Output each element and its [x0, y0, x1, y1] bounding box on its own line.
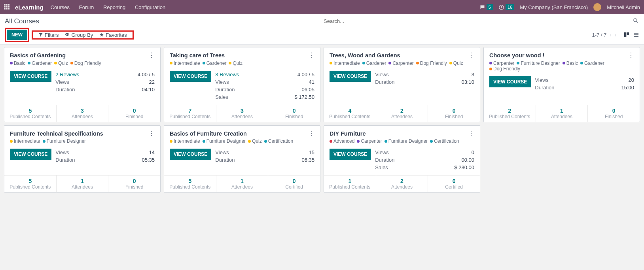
attendees-stat[interactable]: 2Attendees	[376, 176, 428, 192]
svg-rect-2	[624, 32, 626, 37]
completion-stat[interactable]: 0Finished	[108, 105, 160, 122]
course-card[interactable]: Taking care of Trees⋮IntermediateGardene…	[164, 47, 320, 122]
card-footer: 1Published Contents2Attendees0Certified	[324, 175, 480, 192]
favorites-button[interactable]: Favorites	[99, 32, 127, 38]
activity-indicator[interactable]: 16	[498, 4, 514, 10]
card-menu-icon[interactable]: ⋮	[468, 52, 474, 59]
groupby-button[interactable]: Group By	[65, 32, 93, 38]
course-card[interactable]: Furniture Technical Specifications⋮Inter…	[4, 125, 161, 193]
nav-reporting[interactable]: Reporting	[103, 4, 125, 10]
card-menu-icon[interactable]: ⋮	[628, 52, 634, 59]
tag-list: IntermediateGardenerCarpenterDog Friendl…	[330, 60, 474, 66]
footer-label: Published Contents	[166, 114, 214, 119]
tag-list: IntermediateGardenerQuiz	[170, 60, 314, 66]
footer-number: 4	[326, 108, 374, 114]
apps-icon[interactable]	[4, 4, 10, 10]
stat-value: 05:35	[142, 156, 155, 164]
completion-stat[interactable]: 0Certified	[428, 176, 480, 192]
completion-stat[interactable]: 0Finished	[108, 176, 160, 192]
company-selector[interactable]: My Company (San Francisco)	[520, 4, 588, 10]
tag: Quiz	[248, 138, 262, 144]
card-menu-icon[interactable]: ⋮	[308, 52, 314, 59]
course-card[interactable]: Basics of Gardening⋮BasicGardenerQuizDog…	[4, 47, 161, 122]
attendees-stat[interactable]: 3Attendees	[57, 105, 109, 122]
kanban-view-icon[interactable]	[623, 32, 630, 38]
footer-label: Certified	[430, 184, 478, 190]
stat-value: 4.00 / 5	[138, 71, 155, 78]
attendees-stat[interactable]: 1Attendees	[216, 176, 269, 192]
completion-stat[interactable]: 0Finished	[268, 105, 320, 122]
completion-stat[interactable]: 0Certified	[268, 176, 320, 192]
tag: Certification	[264, 138, 293, 144]
published-contents-stat[interactable]: 4Published Contents	[324, 105, 376, 122]
tag: Dog Friendly	[489, 66, 520, 72]
card-footer: 7Published Contents3Attendees0Finished	[164, 105, 320, 122]
pager: 1-7 / 7 ‹ ›	[592, 32, 639, 38]
view-course-button[interactable]: VIEW COURSE	[489, 76, 531, 87]
view-course-button[interactable]: VIEW COURSE	[330, 71, 371, 82]
attendees-stat[interactable]: 1Attendees	[536, 105, 588, 122]
course-card[interactable]: Trees, Wood and Gardens⋮IntermediateGard…	[324, 47, 480, 122]
view-course-button[interactable]: VIEW COURSE	[170, 149, 211, 160]
pager-next[interactable]: ›	[615, 32, 616, 38]
stat-value: 3	[472, 71, 474, 78]
nav-forum[interactable]: Forum	[79, 4, 94, 10]
course-card[interactable]: Basics of Furniture Creation⋮Intermediat…	[164, 125, 320, 193]
footer-label: Certified	[270, 184, 318, 190]
attendees-stat[interactable]: 1Attendees	[57, 176, 109, 192]
tag: Gardener	[203, 60, 227, 66]
svg-point-1	[634, 19, 637, 22]
completion-stat[interactable]: 0Finished	[588, 105, 640, 122]
footer-label: Finished	[270, 114, 318, 119]
published-contents-stat[interactable]: 5Published Contents	[4, 105, 57, 122]
search-input[interactable]	[322, 17, 639, 26]
stat-value: 4.00 / 5	[297, 71, 314, 78]
course-card[interactable]: Choose your wood !⋮CarpenterFurniture De…	[483, 47, 640, 122]
user-menu[interactable]: Mitchell Admin	[607, 4, 640, 10]
view-course-button[interactable]: VIEW COURSE	[10, 71, 51, 82]
published-contents-stat[interactable]: 5Published Contents	[4, 176, 57, 192]
reviews-link[interactable]: 2 Reviews	[55, 71, 79, 78]
stats-block: Views20Duration15:00	[535, 76, 634, 91]
published-contents-stat[interactable]: 5Published Contents	[164, 176, 216, 192]
new-button[interactable]: NEW	[7, 30, 27, 40]
attendees-stat[interactable]: 2Attendees	[376, 105, 428, 122]
tag-list: BasicGardenerQuizDog Friendly	[10, 60, 155, 66]
control-panel: All Courses NEW Filters Group By F	[0, 14, 644, 45]
view-course-button[interactable]: VIEW COURSE	[10, 149, 51, 160]
avatar[interactable]	[593, 3, 601, 11]
card-menu-icon[interactable]: ⋮	[308, 130, 314, 137]
tag: Certification	[430, 138, 459, 144]
stat-value: $ 230.00	[454, 164, 474, 171]
card-menu-icon[interactable]: ⋮	[468, 130, 474, 137]
published-contents-stat[interactable]: 2Published Contents	[484, 105, 536, 122]
brand[interactable]: eLearning	[15, 4, 44, 11]
nav-configuration[interactable]: Configuration	[135, 4, 165, 10]
footer-number: 3	[218, 108, 267, 114]
course-card[interactable]: DIY Furniture⋮AdvancedCarpenterFurniture…	[324, 125, 480, 193]
tag: Furniture Designer	[385, 138, 428, 144]
search-icon[interactable]	[633, 18, 638, 23]
messages-badge: 5	[487, 4, 493, 10]
stat-value: 15	[309, 149, 314, 156]
search-wrap	[322, 17, 639, 26]
messages-indicator[interactable]: 5	[479, 4, 493, 10]
card-menu-icon[interactable]: ⋮	[148, 52, 155, 59]
highlight-search-opts: Filters Group By Favorites	[32, 30, 134, 40]
completion-stat[interactable]: 0Finished	[428, 105, 480, 122]
groupby-label: Group By	[71, 32, 93, 38]
stat-label: Sales	[215, 93, 228, 101]
stat-label: Views	[55, 149, 69, 156]
card-menu-icon[interactable]: ⋮	[148, 130, 155, 137]
list-view-icon[interactable]	[633, 32, 639, 38]
nav-courses[interactable]: Courses	[51, 4, 70, 10]
view-course-button[interactable]: VIEW COURSE	[170, 71, 211, 82]
attendees-stat[interactable]: 3Attendees	[216, 105, 269, 122]
published-contents-stat[interactable]: 1Published Contents	[324, 176, 376, 192]
published-contents-stat[interactable]: 7Published Contents	[164, 105, 216, 122]
reviews-link[interactable]: 3 Reviews	[215, 71, 239, 78]
pager-prev[interactable]: ‹	[610, 32, 611, 38]
tag: Quiz	[54, 60, 68, 66]
filters-button[interactable]: Filters	[38, 32, 59, 38]
view-course-button[interactable]: VIEW COURSE	[330, 149, 371, 160]
